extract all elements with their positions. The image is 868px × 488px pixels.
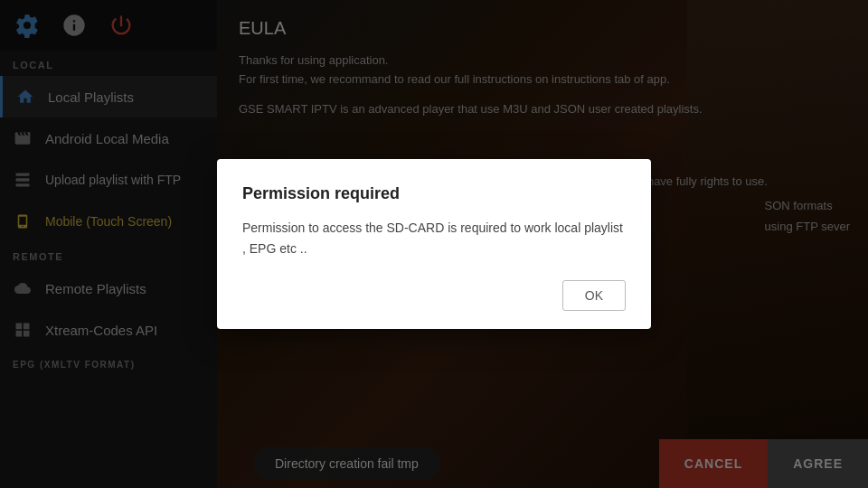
dialog-ok-button[interactable]: OK — [562, 280, 626, 311]
permission-dialog: Permission required Permission to access… — [217, 159, 651, 329]
dialog-body: Permission to access the SD-CARD is requ… — [242, 218, 626, 258]
dialog-overlay: Permission required Permission to access… — [0, 0, 868, 488]
dialog-actions: OK — [242, 280, 626, 311]
dialog-title: Permission required — [242, 184, 626, 203]
